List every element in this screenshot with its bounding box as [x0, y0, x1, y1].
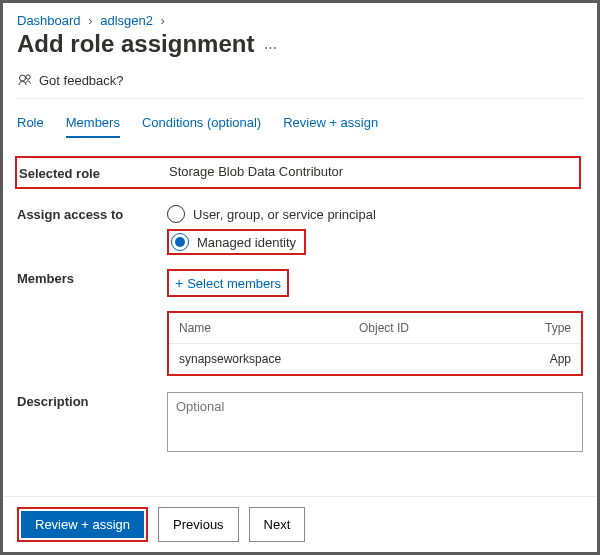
radio-user-group-sp[interactable]: User, group, or service principal [167, 205, 583, 223]
col-header-object-id: Object ID [359, 321, 531, 335]
description-label: Description [17, 392, 167, 409]
next-button[interactable]: Next [249, 507, 306, 542]
radio-managed-identity-label: Managed identity [197, 235, 296, 250]
tab-review[interactable]: Review + assign [283, 109, 378, 138]
chevron-right-icon: › [88, 13, 92, 28]
description-input[interactable] [167, 392, 583, 452]
chevron-right-icon: › [161, 13, 165, 28]
cell-name: synapseworkspace [179, 352, 359, 366]
members-label: Members [17, 269, 167, 286]
tab-conditions[interactable]: Conditions (optional) [142, 109, 261, 138]
col-header-name: Name [179, 321, 359, 335]
plus-icon: + [175, 275, 183, 291]
previous-button[interactable]: Previous [158, 507, 239, 542]
breadcrumb-adlsgen2[interactable]: adlsgen2 [100, 13, 153, 28]
feedback-icon [17, 72, 33, 88]
select-members-link[interactable]: + Select members [169, 271, 287, 295]
radio-user-group-sp-label: User, group, or service principal [193, 207, 376, 222]
col-header-type: Type [531, 321, 571, 335]
review-assign-button[interactable]: Review + assign [21, 511, 144, 538]
svg-point-1 [26, 75, 30, 79]
radio-icon [167, 205, 185, 223]
table-row[interactable]: synapseworkspace App [169, 344, 581, 374]
radio-managed-identity[interactable]: Managed identity [171, 233, 296, 251]
selected-role-label: Selected role [19, 164, 169, 181]
feedback-label: Got feedback? [39, 73, 124, 88]
more-actions-icon[interactable]: ⋯ [264, 40, 277, 55]
breadcrumb: Dashboard › adlsgen2 › [17, 13, 583, 28]
footer: Review + assign Previous Next [3, 496, 597, 552]
feedback-link[interactable]: Got feedback? [17, 72, 583, 88]
members-table: Name Object ID Type synapseworkspace App [167, 311, 583, 376]
page-title: Add role assignment [17, 30, 254, 58]
tabs: Role Members Conditions (optional) Revie… [17, 109, 583, 138]
assign-access-label: Assign access to [17, 205, 167, 222]
cell-type: App [531, 352, 571, 366]
breadcrumb-dashboard[interactable]: Dashboard [17, 13, 81, 28]
divider [17, 98, 583, 99]
tab-role[interactable]: Role [17, 109, 44, 138]
svg-point-0 [20, 75, 26, 81]
radio-icon [171, 233, 189, 251]
select-members-label: Select members [187, 276, 281, 291]
selected-role-value: Storage Blob Data Contributor [169, 164, 579, 181]
tab-members[interactable]: Members [66, 109, 120, 138]
